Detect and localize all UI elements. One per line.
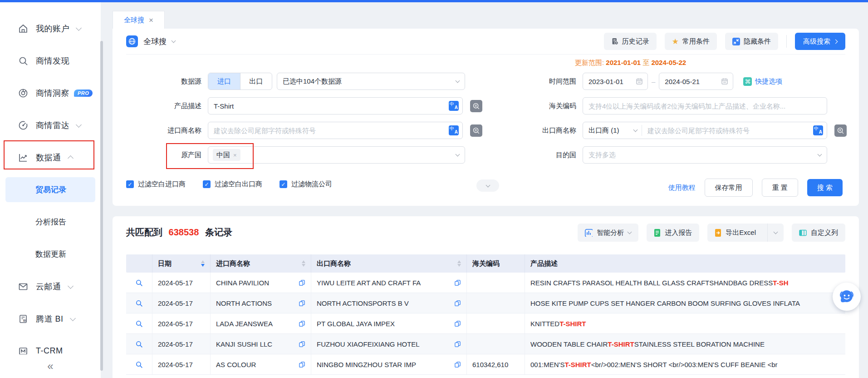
- row-detail-search-button[interactable]: [126, 334, 152, 354]
- close-icon[interactable]: ×: [149, 16, 153, 25]
- date-start-picker[interactable]: 2023-01-01: [583, 73, 648, 90]
- translate-icon[interactable]: 中A: [449, 101, 459, 111]
- tutorial-link[interactable]: 使用教程: [668, 184, 696, 192]
- sidebar-item-my-account[interactable]: 我的账户: [0, 12, 101, 45]
- header-search-column: [126, 254, 152, 273]
- header-date[interactable]: 日期: [152, 254, 211, 273]
- row-date: 2024-05-17: [152, 354, 211, 374]
- row-exporter[interactable]: NORTH ACTIONSPORTS B V: [311, 293, 467, 313]
- sort-icon[interactable]: [302, 260, 305, 267]
- field-time-range: 时间范围 2023-01-01 – 2024-05-21 ⌘ 快捷选项: [520, 73, 847, 90]
- tab-global-search[interactable]: 全球搜 ×: [113, 11, 165, 29]
- similar-search-icon[interactable]: [470, 124, 482, 137]
- row-detail-search-button[interactable]: [126, 293, 152, 313]
- sidebar-item-data-update[interactable]: 数据更新: [0, 238, 101, 270]
- sidebar-item-cloud-mail[interactable]: 云邮通: [0, 270, 101, 303]
- enter-report-button[interactable]: 进入报告: [647, 224, 699, 242]
- sort-icon[interactable]: [457, 260, 461, 267]
- row-importer[interactable]: LADA JEANSWEA: [211, 313, 311, 333]
- copy-icon[interactable]: [299, 300, 305, 307]
- row-date: 2024-05-17: [152, 273, 211, 293]
- row-exporter[interactable]: YIWU LEITE ART AND CRAFT FA: [311, 273, 467, 293]
- sidebar-item-discovery[interactable]: 商情发现: [0, 45, 101, 77]
- import-export-toggle[interactable]: 进口 出口: [208, 73, 272, 90]
- expand-conditions-button[interactable]: [476, 179, 499, 192]
- customize-columns-button[interactable]: 自定义列: [792, 224, 845, 242]
- row-detail-search-button[interactable]: [126, 313, 152, 333]
- history-icon: [611, 38, 618, 45]
- origin-country-select[interactable]: 中国 ×: [208, 146, 465, 164]
- exporter-type-select[interactable]: 出口商 (1): [583, 125, 642, 136]
- row-exporter[interactable]: NINGBO MINGZHOU STAR IMP: [311, 354, 467, 374]
- row-exporter[interactable]: PT GLOBAL JAYA IMPEX: [311, 313, 467, 333]
- update-range-label: 更新范围:: [575, 59, 604, 66]
- row-date: 2024-05-17: [152, 313, 211, 333]
- copy-icon[interactable]: [299, 320, 305, 327]
- hs-code-input[interactable]: [583, 102, 827, 110]
- copy-icon[interactable]: [299, 279, 305, 286]
- similar-search-icon[interactable]: [470, 100, 482, 112]
- report-icon: [654, 229, 661, 237]
- checkbox-filter-blank-importer[interactable]: ✓ 过滤空白进口商: [126, 180, 186, 189]
- header-importer[interactable]: 进口商名称: [211, 254, 311, 273]
- hide-conditions-button[interactable]: 隐藏条件: [725, 33, 778, 50]
- sidebar-item-insight[interactable]: 商情洞察 PRO: [0, 77, 101, 109]
- row-importer[interactable]: AS COLOUR: [211, 354, 311, 374]
- search-panel-title[interactable]: 全球搜: [126, 35, 175, 47]
- search-button[interactable]: 搜 索: [807, 179, 843, 196]
- analysis-icon: [585, 229, 593, 237]
- translate-icon[interactable]: 中A: [449, 125, 459, 135]
- row-detail-search-button[interactable]: [126, 354, 152, 374]
- row-importer[interactable]: NORTH ACTIONS: [211, 293, 311, 313]
- calendar-icon: [721, 78, 728, 85]
- advanced-search-button[interactable]: 高级搜索: [795, 33, 845, 50]
- exporter-input[interactable]: [642, 127, 813, 134]
- sidebar-item-bi[interactable]: BI 腾道 BI: [0, 303, 101, 335]
- row-magnifier-icon: [135, 279, 143, 287]
- sidebar-item-data-hub[interactable]: 数据通: [0, 141, 101, 174]
- copy-icon[interactable]: [454, 361, 461, 368]
- row-magnifier-icon: [135, 340, 143, 348]
- data-source-select[interactable]: 已选中104个数据源: [277, 73, 465, 90]
- export-excel-main[interactable]: 导出Excel: [707, 224, 763, 242]
- smart-analysis-button[interactable]: 智能分析: [578, 224, 638, 242]
- sidebar-scrollbar[interactable]: [100, 41, 103, 371]
- row-exporter[interactable]: FUZHOU XIAOFEIXIANG HOTEL: [311, 334, 467, 354]
- sidebar-item-radar[interactable]: 商情雷达: [0, 109, 101, 141]
- product-desc-input[interactable]: [208, 102, 449, 110]
- row-importer[interactable]: CHINA PAVILION: [211, 273, 311, 293]
- quick-options-link[interactable]: ⌘ 快捷选项: [743, 77, 782, 86]
- favorite-conditions-button[interactable]: ★ 常用条件: [665, 33, 717, 50]
- checkbox-filter-blank-exporter[interactable]: ✓ 过滤空白出口商: [203, 180, 262, 189]
- copy-icon[interactable]: [299, 341, 305, 348]
- reset-button[interactable]: 重 置: [762, 179, 798, 197]
- importer-input[interactable]: [208, 127, 449, 134]
- sidebar-item-analysis-report[interactable]: 分析报告: [0, 206, 101, 238]
- copy-icon[interactable]: [454, 279, 461, 286]
- customer-service-chat-button[interactable]: [833, 283, 861, 311]
- sort-icon[interactable]: [201, 260, 205, 267]
- history-button[interactable]: 历史记录: [604, 33, 657, 50]
- checkbox-filter-logistics[interactable]: ✓ 过滤物流公司: [280, 180, 332, 189]
- tag-close-icon[interactable]: ×: [233, 152, 237, 159]
- copy-icon[interactable]: [454, 320, 461, 327]
- similar-search-icon[interactable]: [834, 124, 847, 137]
- copy-icon[interactable]: [454, 341, 461, 348]
- date-end-picker[interactable]: 2024-05-21: [659, 73, 733, 90]
- header-exporter[interactable]: 出口商名称: [311, 254, 467, 273]
- sidebar-item-trade-records[interactable]: 贸易记录: [0, 174, 101, 206]
- table-header-row: 日期 进口商名称 出口商名称 海关编码 产品描述: [126, 254, 845, 273]
- origin-country-label: 原产国: [142, 151, 201, 159]
- collapse-sidebar-button[interactable]: «: [47, 361, 53, 372]
- destination-select[interactable]: 支持多选: [583, 146, 827, 164]
- save-conditions-button[interactable]: 保存常用: [705, 179, 753, 197]
- toggle-export[interactable]: 出口: [240, 73, 272, 90]
- copy-icon[interactable]: [454, 300, 461, 307]
- insight-gauge-icon: [17, 88, 29, 99]
- export-options-button[interactable]: [767, 224, 784, 242]
- translate-icon[interactable]: 中A: [813, 125, 823, 135]
- row-detail-search-button[interactable]: [126, 273, 152, 293]
- copy-icon[interactable]: [299, 361, 305, 368]
- row-importer[interactable]: KANJI SUSHI LLC: [211, 334, 311, 354]
- toggle-import[interactable]: 进口: [208, 73, 240, 90]
